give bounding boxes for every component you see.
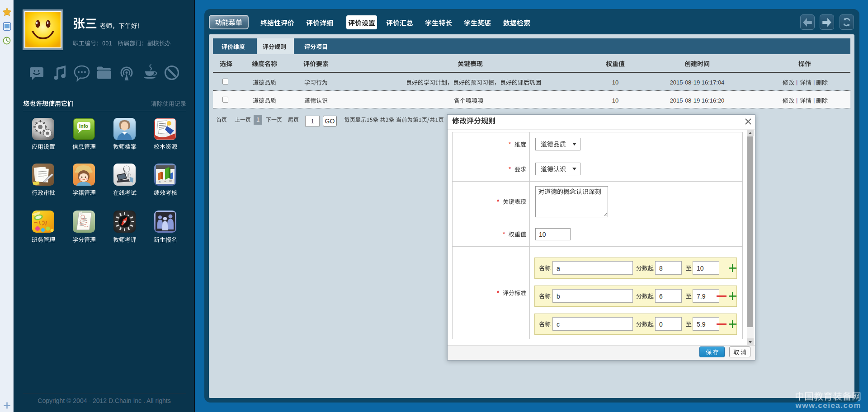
svg-text:45: 45 [159,181,161,183]
svg-text:36: 36 [164,180,166,183]
svg-text:info: info [79,123,88,129]
svg-text:127: 127 [169,180,172,182]
